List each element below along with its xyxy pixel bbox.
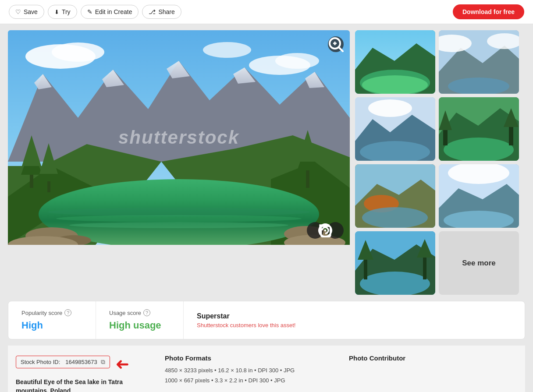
photo-formats-block: Photo Formats 4850 × 3233 pixels • 16.2 … <box>165 354 331 387</box>
main-image: shutterstock <box>8 30 350 245</box>
contributor-block: Photo Contributor <box>349 354 517 367</box>
thumbnail-grid: See more <box>355 30 519 295</box>
svg-point-50 <box>368 99 412 117</box>
svg-point-4 <box>275 53 319 69</box>
format-item-2: 1000 × 667 pixels • 3.3 × 2.2 in • DPI 3… <box>165 377 331 384</box>
svg-point-63 <box>362 207 428 228</box>
toolbar: ♡ Save ⬇ Try ✎ Edit in Create ⎇ Share Do… <box>0 0 533 24</box>
edit-button[interactable]: ✎ Edit in Create <box>81 5 139 19</box>
heart-icon: ♡ <box>15 8 21 15</box>
see-more-text: See more <box>462 259 496 268</box>
thumbnail-7[interactable] <box>355 231 435 295</box>
download-button[interactable]: Download for free <box>453 4 524 19</box>
photo-id-value: 1649853673 <box>65 359 97 365</box>
download-label: Download for free <box>462 8 515 15</box>
svg-point-39 <box>324 230 327 232</box>
svg-point-5 <box>203 42 251 58</box>
photo-title: Beautiful Eye of the Sea lake in Tatra m… <box>16 378 147 392</box>
popularity-label: Popularity score ? <box>21 309 82 316</box>
svg-point-28 <box>69 222 288 228</box>
svg-line-35 <box>339 48 343 51</box>
save-label: Save <box>24 8 38 15</box>
copy-id-icon[interactable]: ⧉ <box>101 358 105 366</box>
usage-value: High usage <box>109 320 170 331</box>
try-label: Try <box>62 8 71 15</box>
thumbnail-3[interactable] <box>355 97 435 161</box>
red-arrow: ➜ <box>115 354 129 374</box>
popularity-value: High <box>21 320 82 331</box>
svg-point-43 <box>362 75 428 94</box>
save-button[interactable]: ♡ Save <box>9 5 44 19</box>
edit-icon: ✎ <box>87 8 92 15</box>
try-icon: ⬇ <box>54 9 59 15</box>
usage-help[interactable]: ? <box>143 309 150 316</box>
svg-point-2 <box>52 42 104 62</box>
popularity-help[interactable]: ? <box>64 309 71 316</box>
bottom-icons <box>307 222 344 239</box>
photo-id-label: Stock Photo ID: <box>21 359 60 365</box>
format-item-1: 4850 × 3233 pixels • 16.2 × 10.8 in • DP… <box>165 367 331 374</box>
usage-label: Usage score ? <box>109 309 170 316</box>
share-label: Share <box>158 8 174 15</box>
svg-point-27 <box>56 215 302 222</box>
superstar-block: Superstar Shutterstock customers love th… <box>184 301 309 339</box>
try-button[interactable]: ⬇ Try <box>48 5 77 19</box>
toolbar-left: ♡ Save ⬇ Try ✎ Edit in Create ⎇ Share <box>9 5 449 19</box>
photo-formats-title: Photo Formats <box>165 354 331 362</box>
details-section: Stock Photo ID: 1649853673 ⧉ ➜ Beautiful… <box>8 346 525 392</box>
see-more-box[interactable]: See more <box>439 231 519 295</box>
thumbnail-1[interactable] <box>355 30 435 94</box>
photo-id-block: Stock Photo ID: 1649853673 ⧉ ➜ Beautiful… <box>16 354 147 392</box>
superstar-sub: Shutterstock customers love this asset! <box>197 322 295 328</box>
thumbnail-6[interactable] <box>439 164 519 228</box>
superstar-title: Superstar <box>197 312 295 320</box>
contributor-title: Photo Contributor <box>349 354 517 362</box>
share-button[interactable]: ⎇ Share <box>142 5 181 19</box>
ai-icon-btn[interactable] <box>327 222 344 239</box>
share-icon: ⎇ <box>149 8 156 15</box>
main-content: shutterstock <box>0 24 533 301</box>
photo-id-row: Stock Photo ID: 1649853673 ⧉ <box>16 356 110 368</box>
main-image-container: shutterstock <box>8 30 350 295</box>
popularity-block: Popularity score ? High <box>8 301 96 339</box>
scores-section: Popularity score ? High Usage score ? Hi… <box>8 301 525 339</box>
edit-label: Edit in Create <box>95 8 132 15</box>
usage-block: Usage score ? High usage <box>96 301 184 339</box>
zoom-button[interactable] <box>328 36 344 52</box>
thumbnail-5[interactable] <box>355 164 435 228</box>
thumbnail-2[interactable] <box>439 30 519 94</box>
thumbnail-4[interactable] <box>439 97 519 161</box>
